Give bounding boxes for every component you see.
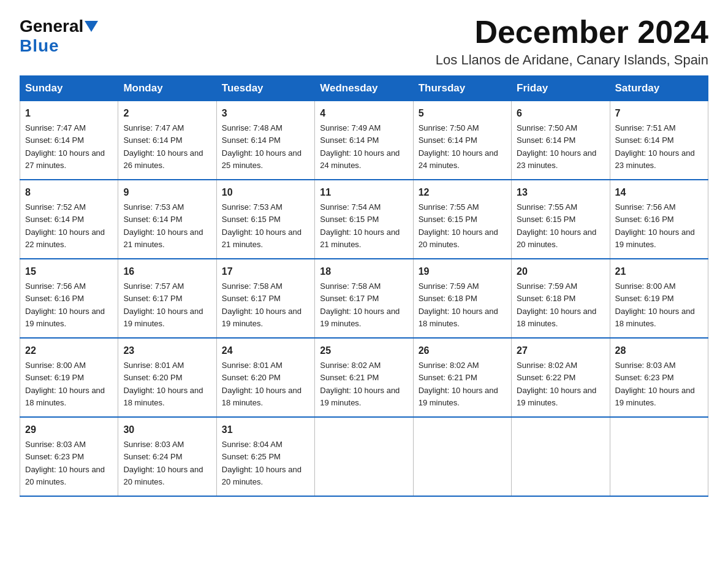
header-thursday: Thursday [413, 76, 511, 101]
day-info: Sunrise: 8:02 AMSunset: 6:21 PMDaylight:… [320, 361, 400, 407]
day-number: 31 [222, 423, 309, 437]
day-number: 18 [320, 264, 408, 279]
day-info: Sunrise: 7:55 AMSunset: 6:15 PMDaylight:… [517, 202, 596, 249]
header-monday: Monday [118, 76, 216, 101]
day-info: Sunrise: 8:01 AMSunset: 6:20 PMDaylight:… [222, 361, 301, 407]
calendar-day-cell: 23Sunrise: 8:01 AMSunset: 6:20 PMDayligh… [118, 338, 216, 417]
svg-marker-0 [85, 21, 98, 32]
calendar-day-cell: 16Sunrise: 7:57 AMSunset: 6:17 PMDayligh… [118, 259, 216, 338]
day-info: Sunrise: 8:04 AMSunset: 6:25 PMDaylight:… [222, 440, 301, 486]
calendar-week-row: 8Sunrise: 7:52 AMSunset: 6:14 PMDaylight… [20, 180, 708, 259]
calendar-day-cell: 12Sunrise: 7:55 AMSunset: 6:15 PMDayligh… [413, 180, 511, 259]
calendar-empty-cell [315, 417, 413, 496]
day-number: 14 [615, 185, 703, 200]
day-info: Sunrise: 7:53 AMSunset: 6:15 PMDaylight:… [222, 202, 301, 249]
day-info: Sunrise: 7:56 AMSunset: 6:16 PMDaylight:… [615, 202, 695, 249]
month-title: December 2024 [436, 15, 708, 50]
calendar-day-cell: 15Sunrise: 7:56 AMSunset: 6:16 PMDayligh… [20, 259, 118, 338]
day-number: 28 [615, 343, 703, 358]
day-number: 8 [25, 185, 113, 200]
calendar-day-cell: 1Sunrise: 7:47 AMSunset: 6:14 PMDaylight… [20, 101, 118, 180]
calendar-day-cell: 25Sunrise: 8:02 AMSunset: 6:21 PMDayligh… [315, 338, 413, 417]
day-number: 3 [222, 106, 309, 121]
day-info: Sunrise: 8:02 AMSunset: 6:21 PMDaylight:… [419, 361, 498, 407]
day-number: 12 [419, 185, 506, 200]
day-info: Sunrise: 8:00 AMSunset: 6:19 PMDaylight:… [615, 282, 695, 328]
day-number: 17 [222, 264, 309, 279]
logo-text-blue: Blue [20, 36, 59, 56]
day-info: Sunrise: 7:47 AMSunset: 6:14 PMDaylight:… [123, 123, 203, 170]
calendar-day-cell: 17Sunrise: 7:58 AMSunset: 6:17 PMDayligh… [216, 259, 314, 338]
calendar-empty-cell [512, 417, 610, 496]
calendar-empty-cell [413, 417, 511, 496]
day-number: 20 [517, 264, 604, 279]
day-number: 24 [222, 343, 309, 358]
calendar-day-cell: 31Sunrise: 8:04 AMSunset: 6:25 PMDayligh… [216, 417, 314, 496]
day-number: 19 [419, 264, 506, 279]
day-number: 30 [123, 423, 211, 437]
calendar-day-cell: 29Sunrise: 8:03 AMSunset: 6:23 PMDayligh… [20, 417, 118, 496]
logo-arrow-icon [85, 21, 98, 33]
header-tuesday: Tuesday [216, 76, 314, 101]
logo-text-general: General [20, 17, 83, 36]
calendar-week-row: 15Sunrise: 7:56 AMSunset: 6:16 PMDayligh… [20, 259, 708, 338]
calendar-week-row: 1Sunrise: 7:47 AMSunset: 6:14 PMDaylight… [20, 101, 708, 180]
day-number: 25 [320, 343, 408, 358]
day-info: Sunrise: 7:50 AMSunset: 6:14 PMDaylight:… [517, 123, 596, 170]
day-number: 27 [517, 343, 604, 358]
day-info: Sunrise: 7:50 AMSunset: 6:14 PMDaylight:… [419, 123, 498, 170]
day-info: Sunrise: 7:53 AMSunset: 6:14 PMDaylight:… [123, 202, 203, 249]
calendar-day-cell: 11Sunrise: 7:54 AMSunset: 6:15 PMDayligh… [315, 180, 413, 259]
calendar-day-cell: 19Sunrise: 7:59 AMSunset: 6:18 PMDayligh… [413, 259, 511, 338]
day-info: Sunrise: 7:54 AMSunset: 6:15 PMDaylight:… [320, 202, 400, 249]
calendar-day-cell: 21Sunrise: 8:00 AMSunset: 6:19 PMDayligh… [610, 259, 708, 338]
day-info: Sunrise: 7:55 AMSunset: 6:15 PMDaylight:… [419, 202, 498, 249]
calendar-day-cell: 14Sunrise: 7:56 AMSunset: 6:16 PMDayligh… [610, 180, 708, 259]
header-sunday: Sunday [20, 76, 118, 101]
day-info: Sunrise: 7:52 AMSunset: 6:14 PMDaylight:… [25, 202, 105, 249]
calendar-day-cell: 27Sunrise: 8:02 AMSunset: 6:22 PMDayligh… [512, 338, 610, 417]
header-saturday: Saturday [610, 76, 708, 101]
calendar-day-cell: 6Sunrise: 7:50 AMSunset: 6:14 PMDaylight… [512, 101, 610, 180]
day-info: Sunrise: 7:49 AMSunset: 6:14 PMDaylight:… [320, 123, 400, 170]
calendar-day-cell: 28Sunrise: 8:03 AMSunset: 6:23 PMDayligh… [610, 338, 708, 417]
day-info: Sunrise: 7:48 AMSunset: 6:14 PMDaylight:… [222, 123, 301, 170]
day-info: Sunrise: 7:57 AMSunset: 6:17 PMDaylight:… [123, 282, 203, 328]
calendar-day-cell: 4Sunrise: 7:49 AMSunset: 6:14 PMDaylight… [315, 101, 413, 180]
calendar-empty-cell [610, 417, 708, 496]
day-info: Sunrise: 8:01 AMSunset: 6:20 PMDaylight:… [123, 361, 203, 407]
day-info: Sunrise: 7:51 AMSunset: 6:14 PMDaylight:… [615, 123, 695, 170]
day-info: Sunrise: 8:03 AMSunset: 6:24 PMDaylight:… [123, 440, 203, 486]
day-number: 10 [222, 185, 309, 200]
calendar-header-row: SundayMondayTuesdayWednesdayThursdayFrid… [20, 76, 708, 101]
day-number: 9 [123, 185, 211, 200]
day-number: 4 [320, 106, 408, 121]
day-number: 2 [123, 106, 211, 121]
calendar-day-cell: 22Sunrise: 8:00 AMSunset: 6:19 PMDayligh… [20, 338, 118, 417]
day-number: 21 [615, 264, 703, 279]
day-number: 26 [419, 343, 506, 358]
day-number: 11 [320, 185, 408, 200]
day-number: 6 [517, 106, 604, 121]
calendar-day-cell: 24Sunrise: 8:01 AMSunset: 6:20 PMDayligh… [216, 338, 314, 417]
day-info: Sunrise: 7:47 AMSunset: 6:14 PMDaylight:… [25, 123, 105, 170]
day-number: 15 [25, 264, 113, 279]
day-number: 16 [123, 264, 211, 279]
day-number: 13 [517, 185, 604, 200]
calendar-day-cell: 26Sunrise: 8:02 AMSunset: 6:21 PMDayligh… [413, 338, 511, 417]
day-number: 23 [123, 343, 211, 358]
day-info: Sunrise: 7:58 AMSunset: 6:17 PMDaylight:… [320, 282, 400, 328]
day-number: 29 [25, 423, 113, 437]
day-info: Sunrise: 7:56 AMSunset: 6:16 PMDaylight:… [25, 282, 105, 328]
calendar-day-cell: 13Sunrise: 7:55 AMSunset: 6:15 PMDayligh… [512, 180, 610, 259]
day-info: Sunrise: 7:58 AMSunset: 6:17 PMDaylight:… [222, 282, 301, 328]
calendar-week-row: 29Sunrise: 8:03 AMSunset: 6:23 PMDayligh… [20, 417, 708, 496]
calendar-day-cell: 5Sunrise: 7:50 AMSunset: 6:14 PMDaylight… [413, 101, 511, 180]
day-info: Sunrise: 7:59 AMSunset: 6:18 PMDaylight:… [419, 282, 498, 328]
page-header: General Blue December 2024 Los Llanos de… [20, 15, 708, 68]
calendar-day-cell: 30Sunrise: 8:03 AMSunset: 6:24 PMDayligh… [118, 417, 216, 496]
logo: General Blue [20, 17, 98, 56]
day-info: Sunrise: 8:03 AMSunset: 6:23 PMDaylight:… [615, 361, 695, 407]
day-info: Sunrise: 8:02 AMSunset: 6:22 PMDaylight:… [517, 361, 596, 407]
day-info: Sunrise: 8:00 AMSunset: 6:19 PMDaylight:… [25, 361, 105, 407]
